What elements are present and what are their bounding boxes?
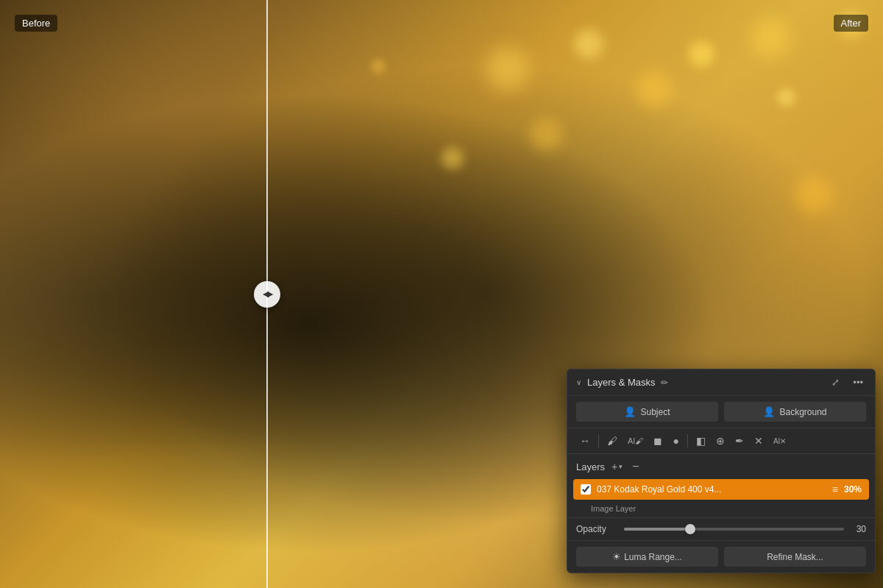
split-line: [266, 0, 268, 588]
arrow-tool-btn[interactable]: ↔: [576, 433, 594, 449]
layer-name: 037 Kodak Royal Gold 400 v4...: [597, 484, 826, 495]
pen-tool-btn[interactable]: ✒: [731, 433, 748, 449]
subject-button[interactable]: 👤 Subject: [576, 402, 718, 422]
ai-clear-btn[interactable]: AI✕: [770, 435, 790, 447]
opacity-slider-thumb[interactable]: [685, 524, 695, 534]
opacity-slider-track: [624, 528, 844, 531]
add-dropdown-icon: ▾: [619, 463, 623, 470]
tool-separator-1: [598, 434, 599, 447]
gradient-eraser-btn[interactable]: ◧: [692, 433, 709, 449]
panel-collapse-icon[interactable]: ∨: [576, 378, 581, 386]
tool-separator-2: [687, 434, 688, 447]
refine-mask-button[interactable]: Refine Mask...: [724, 547, 866, 567]
bottom-btns-row: ☀ Luma Range... Refine Mask...: [567, 540, 875, 573]
tools-row: ↔ 🖌 AI🖌 ◼ ● ◧ ⊕ ✒ ✕ AI✕: [567, 428, 875, 454]
layers-masks-panel: ∨ Layers & Masks ✏ ⤢ ••• 👤 Subject 👤 Bac…: [567, 369, 876, 573]
after-label: After: [834, 15, 868, 32]
layers-header: Layers + ▾ −: [567, 454, 875, 479]
panel-edit-icon[interactable]: ✏: [661, 378, 668, 388]
panel-header-right: ⤢ •••: [829, 375, 866, 389]
panel-title: Layers & Masks: [587, 377, 655, 388]
add-icon: +: [611, 461, 617, 472]
shape-tool-btn[interactable]: ◼: [650, 433, 666, 449]
opacity-slider-fill: [624, 528, 690, 531]
split-handle[interactable]: [254, 281, 280, 308]
remove-layer-button[interactable]: −: [629, 460, 642, 473]
layer-adjust-icon: ≡: [832, 483, 838, 495]
image-layer-label: Image Layer: [567, 503, 875, 517]
sun-icon: ☀: [612, 551, 621, 562]
person-icon: 👤: [624, 406, 636, 417]
subject-button-label: Subject: [640, 407, 670, 417]
ai-brush-tool-btn[interactable]: AI🖌: [624, 434, 647, 447]
before-label: Before: [15, 15, 57, 32]
layer-checkbox[interactable]: [581, 484, 591, 495]
brush-tool-btn[interactable]: 🖌: [603, 433, 621, 449]
clear-btn[interactable]: ✕: [751, 433, 767, 449]
opacity-value: 30: [851, 524, 866, 534]
layers-label: Layers: [576, 461, 605, 472]
panel-options-icon[interactable]: •••: [850, 375, 866, 389]
opacity-label: Opacity: [576, 524, 617, 534]
background-button[interactable]: 👤 Background: [724, 402, 866, 422]
add-layer-button[interactable]: + ▾: [609, 460, 625, 473]
refine-mask-label: Refine Mask...: [767, 552, 823, 562]
background-button-label: Background: [779, 407, 826, 417]
panel-header: ∨ Layers & Masks ✏ ⤢ •••: [567, 369, 875, 396]
circle-tool-btn[interactable]: ●: [669, 433, 682, 449]
layer-item[interactable]: 037 Kodak Royal Gold 400 v4... ≡ 30%: [573, 479, 869, 500]
opacity-slider[interactable]: [624, 528, 844, 531]
background-person-icon: 👤: [763, 406, 775, 417]
panel-header-left: ∨ Layers & Masks ✏: [576, 377, 668, 388]
opacity-row: Opacity 30: [567, 517, 875, 540]
luma-range-button[interactable]: ☀ Luma Range...: [576, 547, 718, 567]
stamp-tool-btn[interactable]: ⊕: [712, 433, 728, 449]
luma-range-label: Luma Range...: [624, 552, 682, 562]
layer-opacity-display: 30%: [844, 484, 862, 495]
expand-icon[interactable]: ⤢: [829, 375, 843, 389]
subject-bg-row: 👤 Subject 👤 Background: [567, 396, 875, 428]
